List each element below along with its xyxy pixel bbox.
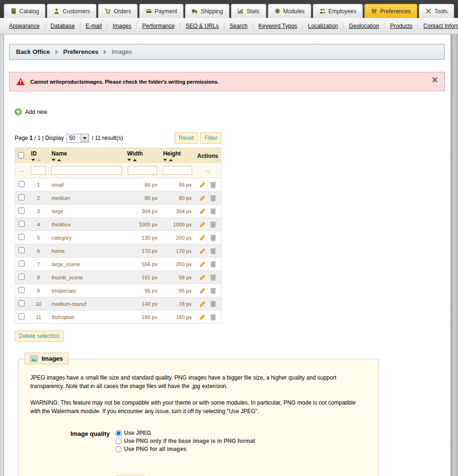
radio-use-png-all[interactable]: Use PNG for all images [115, 446, 255, 452]
tab-tools[interactable]: Tools [419, 4, 454, 18]
edit-icon[interactable] [199, 234, 206, 241]
subnav-appearance[interactable]: Appearance [4, 23, 45, 29]
filter-empty: -- [194, 163, 221, 178]
delete-icon[interactable] [210, 195, 216, 201]
column-header-id[interactable]: ID [31, 150, 37, 157]
edit-icon[interactable] [199, 301, 206, 307]
row-checkbox[interactable] [18, 287, 25, 293]
delete-icon[interactable] [210, 248, 216, 254]
tab-customers[interactable]: Customers [47, 4, 97, 18]
subnav-localization[interactable]: Localization [303, 23, 344, 29]
subnav-geolocation[interactable]: Geolocation [344, 23, 385, 29]
cell-name: home [49, 244, 124, 258]
row-checkbox[interactable] [18, 260, 25, 267]
tab-preferences[interactable]: Preferences [364, 4, 417, 18]
breadcrumb-back-office[interactable]: Back Office [16, 48, 50, 55]
image-quality-label: Image quality [30, 430, 115, 454]
display-select[interactable]: 50 [67, 134, 89, 143]
filter-button[interactable]: Filter [200, 132, 221, 144]
subnav-contact-information[interactable]: Contact Information [418, 23, 458, 29]
row-checkbox[interactable] [18, 234, 25, 240]
table-row: 9 tmspecials 95 px 95 px [15, 284, 221, 297]
row-checkbox[interactable] [18, 221, 25, 227]
filter-width-input[interactable] [128, 166, 157, 175]
edit-icon[interactable] [199, 287, 206, 294]
close-icon[interactable] [432, 77, 438, 84]
subnav-database[interactable]: Database [45, 23, 80, 29]
edit-icon[interactable] [199, 208, 206, 215]
column-header-width[interactable]: Width [127, 150, 143, 157]
delete-icon[interactable] [210, 221, 216, 228]
row-checkbox[interactable] [18, 208, 25, 214]
top-tab-bar: Catalog Customers Orders Payment Shippin… [0, 0, 458, 18]
column-header-name[interactable]: Name [52, 150, 67, 157]
radio-use-png-if-base-png-input[interactable] [115, 438, 122, 444]
sort-asc-icon[interactable] [57, 159, 61, 161]
tab-shipping[interactable]: Shipping [185, 4, 229, 18]
subnav-images[interactable]: Images [107, 23, 137, 29]
sort-desc-icon[interactable] [163, 159, 167, 161]
table-row: 10 medium-manuf 140 px 78 px [15, 297, 221, 311]
edit-icon[interactable] [199, 314, 206, 320]
tab-employees[interactable]: Employees [313, 4, 363, 18]
row-checkbox[interactable] [18, 181, 25, 187]
subnav-email[interactable]: E-mail [80, 23, 107, 29]
subnav-performance[interactable]: Performance [137, 23, 180, 29]
delete-icon[interactable] [210, 314, 216, 320]
sort-asc-icon[interactable] [37, 159, 41, 161]
tab-catalog[interactable]: Catalog [4, 4, 45, 18]
edit-icon[interactable] [199, 261, 206, 268]
delete-icon[interactable] [210, 208, 216, 215]
sort-asc-icon[interactable] [169, 159, 173, 161]
image-quality-row: Image quality Use JPEG Use PNG only if t… [30, 430, 367, 454]
row-checkbox[interactable] [18, 300, 25, 306]
fieldset-legend-label: Images [42, 355, 63, 362]
delete-selection-button[interactable]: Delete selection [15, 330, 63, 342]
add-new-button[interactable]: Add new [15, 108, 47, 115]
edit-icon[interactable] [199, 195, 206, 201]
delete-icon[interactable] [210, 274, 216, 281]
delete-icon[interactable] [210, 234, 216, 241]
tab-payment[interactable]: Payment [139, 4, 184, 18]
radio-use-jpeg-input[interactable] [115, 430, 122, 436]
column-header-height[interactable]: Height [163, 150, 181, 157]
edit-icon[interactable] [199, 248, 206, 254]
delete-icon[interactable] [210, 301, 216, 307]
filter-name-input[interactable] [51, 166, 122, 175]
tab-stats[interactable]: Stats [231, 4, 266, 18]
cell-id: 1 [28, 178, 49, 191]
add-new-label: Add new [25, 109, 47, 115]
radio-use-png-all-input[interactable] [115, 446, 122, 452]
row-checkbox[interactable] [18, 194, 25, 200]
subnav-products[interactable]: Products [385, 23, 418, 29]
edit-icon[interactable] [199, 274, 206, 281]
cell-width: 95 px [124, 284, 160, 297]
breadcrumb-preferences[interactable]: Preferences [63, 48, 98, 55]
delete-icon[interactable] [210, 287, 216, 294]
subnav-seo-urls[interactable]: SEO & URLs [180, 23, 224, 29]
delete-icon[interactable] [210, 261, 216, 268]
filter-height-input[interactable] [163, 166, 192, 175]
row-checkbox[interactable] [18, 247, 25, 253]
edit-icon[interactable] [199, 182, 206, 188]
row-checkbox[interactable] [18, 313, 25, 320]
reset-button[interactable]: Reset [175, 132, 198, 144]
radio-use-jpeg[interactable]: Use JPEG [115, 430, 255, 436]
radio-use-png-if-base-png[interactable]: Use PNG only if the base image is in PNG… [115, 438, 255, 444]
sort-desc-icon[interactable] [127, 159, 131, 161]
delete-icon[interactable] [210, 182, 216, 188]
cell-width: 66 px [124, 178, 160, 191]
subnav-search[interactable]: Search [224, 23, 253, 29]
sort-desc-icon[interactable] [31, 159, 35, 161]
sort-asc-icon[interactable] [133, 159, 137, 161]
subnav-keyword-typos[interactable]: Keyword Typos [253, 23, 303, 29]
tab-modules[interactable]: Modules [268, 4, 311, 18]
row-checkbox[interactable] [18, 274, 25, 280]
page-total: / 1 | Display [34, 135, 63, 141]
select-all-checkbox[interactable] [18, 152, 24, 158]
sort-desc-icon[interactable] [52, 159, 55, 161]
edit-icon[interactable] [199, 221, 206, 228]
filter-id-input[interactable] [31, 166, 46, 175]
tab-orders[interactable]: Orders [98, 4, 138, 18]
images-warning-text: WARNING: This feature may not be compati… [30, 398, 364, 415]
